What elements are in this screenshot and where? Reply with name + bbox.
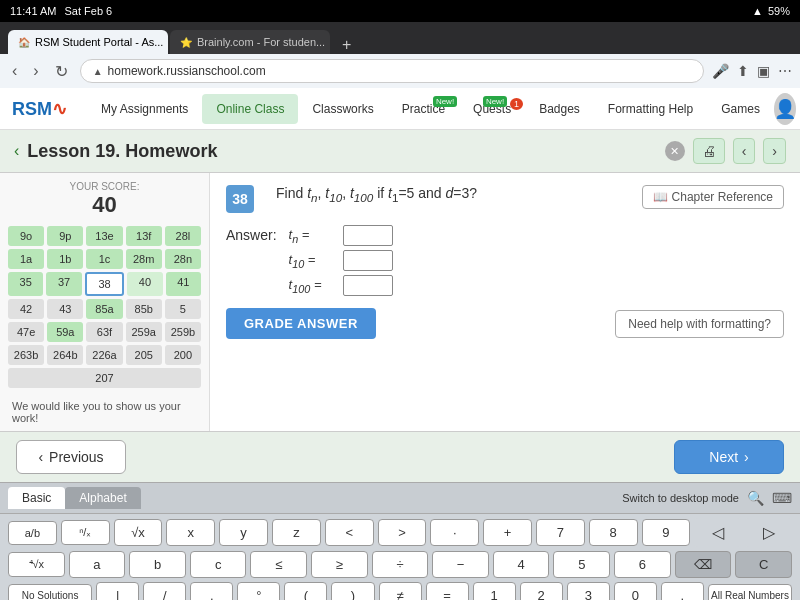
key-plus[interactable]: + xyxy=(483,519,532,546)
problem-13e[interactable]: 13e xyxy=(86,226,122,246)
problem-85a[interactable]: 85a xyxy=(86,299,122,319)
key-nthroot[interactable]: ⁿ/ₓ xyxy=(61,520,110,545)
key-b[interactable]: b xyxy=(129,551,186,578)
chapter-reference-button[interactable]: 📖 Chapter Reference xyxy=(642,185,784,209)
nav-formatting-help[interactable]: Formatting Help xyxy=(594,94,707,124)
problem-13f[interactable]: 13f xyxy=(126,226,162,246)
share-button[interactable]: ⬆ xyxy=(737,63,749,79)
key-8[interactable]: 8 xyxy=(589,519,638,546)
key-a[interactable]: a xyxy=(69,551,126,578)
problem-85b[interactable]: 85b xyxy=(126,299,162,319)
key-5[interactable]: 5 xyxy=(553,551,610,578)
problem-59a[interactable]: 59a xyxy=(47,322,83,342)
key-dot[interactable]: · xyxy=(430,519,479,546)
tab-rsm[interactable]: 🏠 RSM Student Portal - As... ✕ xyxy=(8,30,168,54)
key-4[interactable]: 4 xyxy=(493,551,550,578)
problem-37[interactable]: 37 xyxy=(46,272,81,296)
key-geq[interactable]: ≥ xyxy=(311,551,368,578)
problem-41[interactable]: 41 xyxy=(166,272,201,296)
key-x[interactable]: x xyxy=(166,519,215,546)
key-2[interactable]: 2 xyxy=(520,582,563,600)
key-gt[interactable]: > xyxy=(378,519,427,546)
keyboard-tab-basic[interactable]: Basic xyxy=(8,487,65,509)
key-4throot[interactable]: ⁴√x xyxy=(8,552,65,577)
key-rparen[interactable]: ) xyxy=(331,582,374,600)
key-neq[interactable]: ≠ xyxy=(379,582,422,600)
nav-online-class[interactable]: Online Class xyxy=(202,94,298,124)
key-lparen[interactable]: ( xyxy=(284,582,327,600)
key-div[interactable]: ÷ xyxy=(372,551,429,578)
key-backspace[interactable]: ⌫ xyxy=(675,551,732,578)
key-minus[interactable]: − xyxy=(432,551,489,578)
problem-264b[interactable]: 264b xyxy=(47,345,83,365)
key-all-real[interactable]: All Real Numbers xyxy=(708,584,792,600)
key-3[interactable]: 3 xyxy=(567,582,610,600)
nav-my-assignments[interactable]: My Assignments xyxy=(87,94,202,124)
nav-quests[interactable]: New! Quests 1 xyxy=(459,94,525,124)
key-no-solutions[interactable]: No Solutions xyxy=(8,584,92,600)
problem-1a[interactable]: 1a xyxy=(8,249,44,269)
t100-input[interactable] xyxy=(343,275,393,296)
problem-205[interactable]: 205 xyxy=(126,345,162,365)
menu-button[interactable]: ⋯ xyxy=(778,63,792,79)
problem-35[interactable]: 35 xyxy=(8,272,43,296)
forward-button[interactable]: › xyxy=(29,60,42,82)
key-1[interactable]: 1 xyxy=(473,582,516,600)
nav-games[interactable]: Games xyxy=(707,94,774,124)
problem-9o[interactable]: 9o xyxy=(8,226,44,246)
switch-desktop-mode[interactable]: Switch to desktop mode xyxy=(622,492,739,504)
key-sqrt[interactable]: √x xyxy=(114,519,163,546)
new-tab-button[interactable]: + xyxy=(336,36,357,54)
back-button[interactable]: ‹ xyxy=(8,60,21,82)
key-decimal[interactable]: . xyxy=(661,582,704,600)
problem-1b[interactable]: 1b xyxy=(47,249,83,269)
key-fraction[interactable]: a/b xyxy=(8,521,57,545)
problem-47e[interactable]: 47e xyxy=(8,322,44,342)
key-7[interactable]: 7 xyxy=(536,519,585,546)
lesson-back-button[interactable]: ‹ xyxy=(14,142,19,160)
previous-button[interactable]: ‹ Previous xyxy=(16,440,126,474)
key-y[interactable]: y xyxy=(219,519,268,546)
key-left[interactable]: ◁ xyxy=(694,518,741,547)
problem-263b[interactable]: 263b xyxy=(8,345,44,365)
problem-28l[interactable]: 28l xyxy=(165,226,201,246)
problem-28m[interactable]: 28m xyxy=(126,249,162,269)
close-lesson-button[interactable]: ✕ xyxy=(665,141,685,161)
problem-38[interactable]: 38 xyxy=(85,272,124,296)
problem-9p[interactable]: 9p xyxy=(47,226,83,246)
refresh-button[interactable]: ↻ xyxy=(51,60,72,83)
key-pipe[interactable]: | xyxy=(96,582,139,600)
problem-28n[interactable]: 28n xyxy=(165,249,201,269)
problem-40[interactable]: 40 xyxy=(127,272,162,296)
key-c[interactable]: c xyxy=(190,551,247,578)
problem-42[interactable]: 42 xyxy=(8,299,44,319)
format-help-button[interactable]: Need help with formatting? xyxy=(615,310,784,338)
grade-answer-button[interactable]: GRADE ANSWER xyxy=(226,308,376,339)
key-6[interactable]: 6 xyxy=(614,551,671,578)
key-degree[interactable]: ° xyxy=(237,582,280,600)
nav-practice[interactable]: New! Practice xyxy=(388,94,459,124)
problem-5[interactable]: 5 xyxy=(165,299,201,319)
print-button[interactable]: 🖨 xyxy=(693,138,725,164)
tabs-button[interactable]: ▣ xyxy=(757,63,770,79)
nav-classworks[interactable]: Classworks xyxy=(298,94,387,124)
key-clear[interactable]: C xyxy=(735,551,792,578)
key-right[interactable]: ▷ xyxy=(745,518,792,547)
problem-1c[interactable]: 1c xyxy=(86,249,122,269)
tn-input[interactable] xyxy=(343,225,393,246)
mic-button[interactable]: 🎤 xyxy=(712,63,729,79)
t10-input[interactable] xyxy=(343,250,393,271)
key-equals[interactable]: = xyxy=(426,582,469,600)
key-0[interactable]: 0 xyxy=(614,582,657,600)
problem-200[interactable]: 200 xyxy=(165,345,201,365)
key-leq[interactable]: ≤ xyxy=(250,551,307,578)
problem-259a[interactable]: 259a xyxy=(126,322,162,342)
problem-43[interactable]: 43 xyxy=(47,299,83,319)
problem-226a[interactable]: 226a xyxy=(86,345,122,365)
problem-63f[interactable]: 63f xyxy=(86,322,122,342)
problem-259b[interactable]: 259b xyxy=(165,322,201,342)
nav-badges[interactable]: Badges xyxy=(525,94,594,124)
key-9[interactable]: 9 xyxy=(642,519,691,546)
prev-problem-button[interactable]: ‹ xyxy=(733,138,756,164)
next-problem-button[interactable]: › xyxy=(763,138,786,164)
